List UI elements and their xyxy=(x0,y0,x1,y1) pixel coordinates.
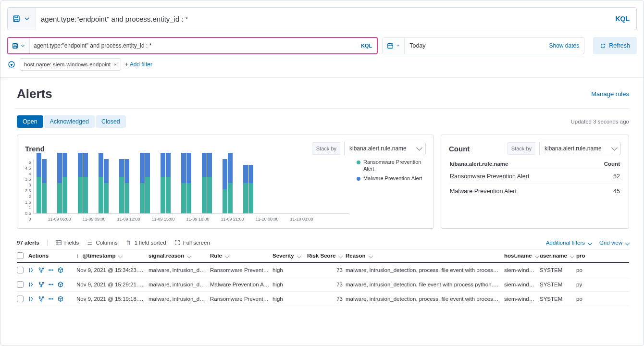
table-row: Nov 9, 2021 @ 15:34:23.619malware, intru… xyxy=(17,263,629,277)
updated-text: Updated 3 seconds ago xyxy=(571,119,629,124)
legend-dot-ransomware xyxy=(357,161,360,164)
count-stackby-label: Stack by xyxy=(507,142,535,155)
table-row: Nov 9, 2021 @ 15:19:18.651malware, intru… xyxy=(17,292,629,306)
cube-icon[interactable] xyxy=(57,267,64,273)
col-timestamp[interactable]: ↓@timestamp xyxy=(76,253,149,259)
col-severity[interactable]: Severity xyxy=(272,253,307,259)
refresh-label: Refresh xyxy=(609,42,630,49)
expand-row-icon[interactable] xyxy=(28,267,35,273)
refresh-icon xyxy=(600,43,606,49)
save-icon xyxy=(12,43,18,49)
analyze-icon[interactable] xyxy=(38,267,45,273)
page-title: Alerts xyxy=(17,86,52,101)
alerts-table: Actions ↓@timestamp signal.reason Rule S… xyxy=(17,249,629,306)
filter-chip-hostname[interactable]: host.name: siem-windows-endpoint × xyxy=(20,58,121,71)
legend-dot-malware xyxy=(357,177,360,181)
filter-chip-label: host.name: siem-windows-endpoint xyxy=(24,62,111,67)
sorted-button[interactable]: 1 field sorted xyxy=(125,239,166,246)
svg-point-24 xyxy=(52,298,53,299)
svg-point-18 xyxy=(52,284,53,285)
status-tabs: Open Acknowledged Closed xyxy=(17,115,126,128)
cube-icon[interactable] xyxy=(57,296,64,302)
query-input[interactable] xyxy=(30,42,356,49)
cube-icon[interactable] xyxy=(57,281,64,288)
chevron-down-icon xyxy=(396,43,400,48)
more-actions-icon[interactable] xyxy=(48,296,54,302)
count-row[interactable]: Malware Prevention Alert45 xyxy=(449,184,621,198)
trend-panel: Trend Stack by kibana.alert.rule.name 54… xyxy=(17,135,434,229)
date-picker[interactable]: Today Show dates xyxy=(383,37,584,54)
select-all-checkbox[interactable] xyxy=(17,252,24,259)
saved-query-menu[interactable] xyxy=(8,8,36,30)
count-stackby-select[interactable]: kibana.alert.rule.name xyxy=(539,142,621,155)
trend-title: Trend xyxy=(25,145,45,153)
col-user[interactable]: user.name xyxy=(540,253,576,259)
fields-icon xyxy=(55,239,62,246)
svg-point-22 xyxy=(49,298,50,299)
analyze-icon[interactable] xyxy=(38,296,45,302)
row-checkbox[interactable] xyxy=(17,267,24,273)
count-panel: Count Stack by kibana.alert.rule.name ki… xyxy=(441,135,629,229)
calendar-button[interactable] xyxy=(383,37,405,54)
expand-row-icon[interactable] xyxy=(28,296,35,302)
svg-point-16 xyxy=(49,284,50,285)
tab-closed[interactable]: Closed xyxy=(96,115,126,128)
analyze-icon[interactable] xyxy=(38,281,45,288)
filter-options-icon[interactable] xyxy=(7,61,16,68)
svg-point-17 xyxy=(50,284,51,285)
table-row: Nov 9, 2021 @ 15:29:21.102malware, intru… xyxy=(17,277,629,292)
chart-legend: Ransomware Prevention Alert Malware Prev… xyxy=(354,159,426,222)
count-table: kibana.alert.rule.name Count Ransomware … xyxy=(449,159,621,198)
col-signal-reason[interactable]: signal.reason xyxy=(149,253,210,259)
columns-button[interactable]: Columns xyxy=(87,239,117,246)
count-title: Count xyxy=(449,145,470,153)
col-reason[interactable]: Reason xyxy=(346,253,504,259)
fullscreen-icon xyxy=(174,239,181,246)
chevron-down-icon xyxy=(23,15,31,23)
chart-xaxis: 11-09 06:0011-09 09:0011-09 12:0011-09 1… xyxy=(33,217,349,222)
row-actions xyxy=(28,267,76,273)
col-process[interactable]: pro xyxy=(576,253,591,259)
query-bar-highlighted: KQL xyxy=(7,37,378,54)
svg-point-23 xyxy=(50,298,51,299)
row-checkbox[interactable] xyxy=(17,296,24,302)
saved-query-menu-small[interactable] xyxy=(8,38,30,53)
additional-filters-button[interactable]: Additional filters xyxy=(546,240,592,246)
date-value: Today xyxy=(405,42,544,49)
top-query-input[interactable] xyxy=(36,15,608,23)
svg-rect-1 xyxy=(15,19,18,22)
more-actions-icon[interactable] xyxy=(48,267,54,273)
columns-icon xyxy=(87,239,93,246)
refresh-button[interactable]: Refresh xyxy=(593,37,637,54)
col-rule[interactable]: Rule xyxy=(210,253,272,259)
query-lang-badge-small[interactable]: KQL xyxy=(356,43,377,49)
close-icon[interactable]: × xyxy=(113,62,117,67)
more-actions-icon[interactable] xyxy=(48,281,54,288)
svg-point-10 xyxy=(49,270,50,271)
tab-open[interactable]: Open xyxy=(17,115,43,128)
add-filter-button[interactable]: + Add filter xyxy=(125,61,152,68)
query-lang-badge[interactable]: KQL xyxy=(608,15,636,23)
row-checkbox[interactable] xyxy=(17,281,24,288)
grid-view-button[interactable]: Grid view xyxy=(599,240,629,246)
alerts-count: 97 alerts xyxy=(17,240,39,246)
trend-stackby-label: Stack by xyxy=(312,142,340,155)
fullscreen-button[interactable]: Full screen xyxy=(174,239,210,246)
svg-point-12 xyxy=(52,270,53,271)
top-query-bar: KQL xyxy=(7,7,637,30)
show-dates-link[interactable]: Show dates xyxy=(545,42,584,49)
col-host[interactable]: host.name xyxy=(504,253,540,259)
fields-button[interactable]: Fields xyxy=(55,239,79,246)
count-col-rule: kibana.alert.rule.name xyxy=(450,161,508,167)
chart-yaxis: 54.543.532.521.510.50 xyxy=(25,159,33,222)
legend-ransomware: Ransomware Prevention Alert xyxy=(363,159,426,173)
trend-stackby-select[interactable]: kibana.alert.rule.name xyxy=(344,142,426,155)
legend-malware: Malware Prevention Alert xyxy=(363,175,422,182)
manage-rules-link[interactable]: Manage rules xyxy=(591,90,629,98)
table-header: Actions ↓@timestamp signal.reason Rule S… xyxy=(17,249,629,263)
expand-row-icon[interactable] xyxy=(28,281,35,288)
col-risk[interactable]: Risk Score xyxy=(307,253,346,259)
tab-acknowledged[interactable]: Acknowledged xyxy=(44,115,95,128)
row-actions xyxy=(28,296,76,302)
count-row[interactable]: Ransomware Prevention Alert52 xyxy=(449,169,621,184)
